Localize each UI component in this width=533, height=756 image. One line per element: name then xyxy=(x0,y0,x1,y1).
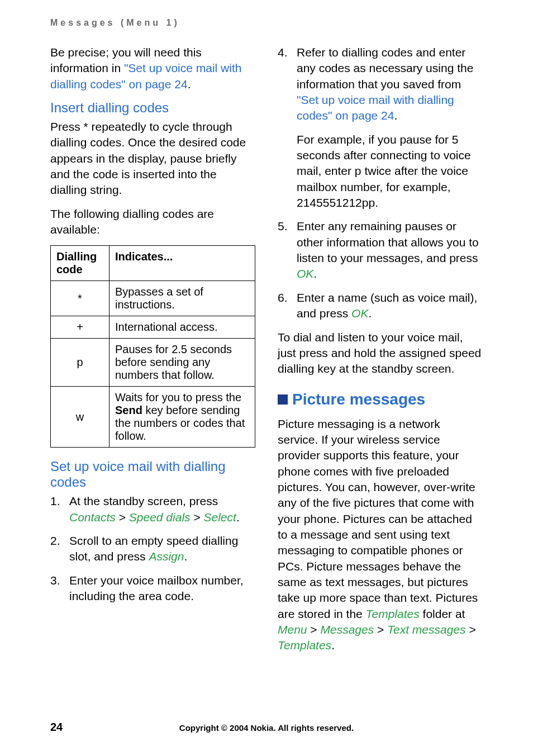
table-row: + International access. xyxy=(51,316,255,339)
code-cell: w xyxy=(51,387,110,448)
page-footer: 24Copyright © 2004 Nokia. All rights res… xyxy=(50,721,483,734)
heading-setup-voicemail: Set up voice mail with dialling codes xyxy=(50,459,255,490)
table-row: w Waits for you to press the Send key be… xyxy=(51,387,255,448)
list-item: Enter a name (such as voice mail), and p… xyxy=(278,290,483,322)
desc-cell: Bypasses a set of instructions. xyxy=(110,281,255,316)
desc-cell: Pauses for 2.5 seconds before sending an… xyxy=(110,339,255,387)
page-number: 24 xyxy=(50,721,117,734)
left-column: Be precise; you will need this informati… xyxy=(50,45,255,662)
menu-menu: Menu xyxy=(278,623,307,636)
table-header-row: Dialling code Indicates... xyxy=(51,246,255,281)
text: Enter any remaining pauses or other info… xyxy=(297,220,479,264)
list-item: Scroll to an empty speed dialling slot, … xyxy=(50,533,255,565)
text: Waits for you to press the xyxy=(115,391,241,403)
text: > xyxy=(466,623,476,636)
text: At the standby screen, press xyxy=(69,495,218,507)
table-row: p Pauses for 2.5 seconds before sending … xyxy=(51,339,255,387)
menu-messages: Messages xyxy=(320,623,374,636)
code-cell: * xyxy=(51,281,110,316)
section-picture-messages: Picture messages xyxy=(278,391,483,408)
desc-cell: Waits for you to press the Send key befo… xyxy=(110,387,255,448)
text: . xyxy=(313,267,317,280)
text: . xyxy=(184,550,187,563)
text: > xyxy=(191,511,204,524)
text: folder at xyxy=(420,607,465,620)
text: Refer to dialling codes and enter any co… xyxy=(297,46,473,91)
th-dialling-code: Dialling code xyxy=(51,246,110,281)
desc-cell: International access. xyxy=(110,316,255,339)
right-column: Refer to dialling codes and enter any co… xyxy=(278,45,483,662)
insert-description: Press * repeatedly to cycle through dial… xyxy=(50,119,255,198)
text: . xyxy=(236,511,240,524)
text: . xyxy=(188,78,191,91)
list-item: Refer to dialling codes and enter any co… xyxy=(278,45,483,211)
intro-paragraph: Be precise; you will need this informati… xyxy=(50,45,255,92)
example-paragraph: For example, if you pause for 5 seconds … xyxy=(297,132,483,211)
dialling-codes-table: Dialling code Indicates... * Bypasses a … xyxy=(50,245,255,448)
square-bullet-icon xyxy=(278,394,288,405)
code-cell: p xyxy=(51,339,110,387)
list-item: Enter your voice mailbox number, includi… xyxy=(50,573,255,605)
dial-listen-paragraph: To dial and listen to your voice mail, j… xyxy=(278,330,483,377)
picture-messages-paragraph: Picture messaging is a network service. … xyxy=(278,416,483,654)
text: > xyxy=(307,623,321,636)
folder-templates: Templates xyxy=(366,607,420,620)
action-ok: OK xyxy=(297,267,313,280)
codes-intro: The following dialling codes are availab… xyxy=(50,206,255,238)
list-item: At the standby screen, press Contacts > … xyxy=(50,493,255,525)
content-columns: Be precise; you will need this informati… xyxy=(50,45,483,662)
list-item: Enter any remaining pauses or other info… xyxy=(278,218,483,282)
menu-speed-dials: Speed dials xyxy=(129,511,191,524)
section-title-text: Picture messages xyxy=(292,391,425,408)
page-header: Messages (Menu 1) xyxy=(50,18,483,28)
send-key: Send xyxy=(115,404,142,416)
th-indicates: Indicates... xyxy=(110,246,255,281)
menu-contacts: Contacts xyxy=(69,511,116,524)
menu-text-messages: Text messages xyxy=(387,623,465,636)
setup-steps-right: Refer to dialling codes and enter any co… xyxy=(278,45,483,322)
text: Picture messaging is a network service. … xyxy=(278,417,478,620)
heading-insert-dialling-codes: Insert dialling codes xyxy=(50,100,255,116)
text: Enter a name (such as voice mail), and p… xyxy=(297,291,477,320)
action-assign: Assign xyxy=(149,550,184,563)
text: . xyxy=(368,307,372,320)
action-ok: OK xyxy=(351,307,368,320)
table-row: * Bypasses a set of instructions. xyxy=(51,281,255,316)
link-setup-voicemail[interactable]: "Set up voice mail with dialling codes" … xyxy=(297,93,454,122)
text: . xyxy=(331,639,335,652)
menu-select: Select xyxy=(204,511,236,524)
text: . xyxy=(394,109,397,122)
copyright-text: Copyright © 2004 Nokia. All rights reser… xyxy=(117,723,416,733)
text: > xyxy=(116,511,129,524)
code-cell: + xyxy=(51,316,110,339)
menu-templates: Templates xyxy=(278,639,331,652)
setup-steps-left: At the standby screen, press Contacts > … xyxy=(50,493,255,604)
text: > xyxy=(374,623,387,636)
